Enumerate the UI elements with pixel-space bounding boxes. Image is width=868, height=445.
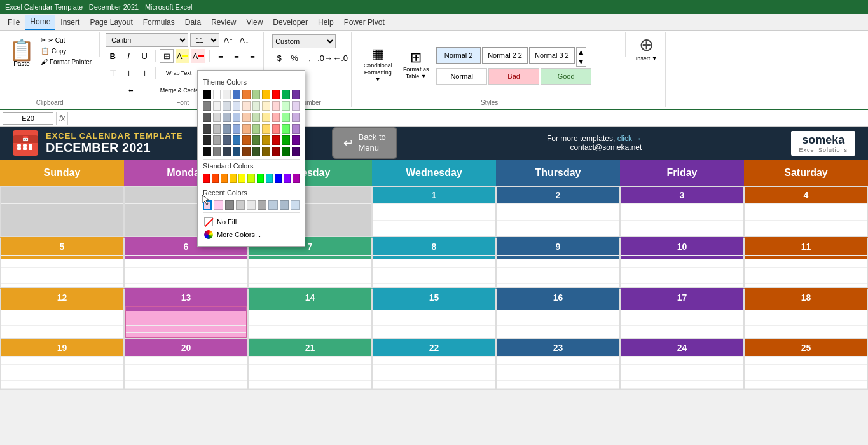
align-center-button[interactable]: ≡ (230, 49, 244, 63)
day-cell[interactable]: 1 (372, 186, 496, 237)
align-left-button[interactable]: ≡ (214, 49, 228, 63)
menu-view[interactable]: View (242, 15, 268, 29)
color-swatch[interactable] (252, 90, 261, 99)
color-swatch[interactable] (272, 101, 280, 111)
color-swatch[interactable] (203, 147, 211, 156)
day-cell[interactable]: 10 (620, 237, 744, 288)
color-swatch[interactable] (282, 90, 290, 99)
border-button[interactable]: ⊞ (160, 49, 174, 63)
color-swatch[interactable] (203, 135, 211, 145)
color-swatch[interactable] (272, 113, 280, 122)
color-swatch[interactable] (292, 147, 300, 156)
color-swatch[interactable] (272, 90, 280, 99)
day-cell[interactable]: 17 (620, 288, 744, 339)
color-swatch[interactable] (242, 147, 251, 156)
color-swatch[interactable] (262, 113, 270, 122)
style-normal2-button[interactable]: Normal 2 (436, 47, 481, 64)
color-swatch[interactable] (282, 135, 290, 145)
formula-input[interactable] (71, 114, 865, 123)
font-decrease-button[interactable]: A↓ (237, 33, 251, 47)
copy-button[interactable]: 📋Copy (39, 46, 93, 56)
align-right-button[interactable]: ≡ (245, 49, 259, 63)
recent-color-swatch[interactable] (247, 200, 256, 210)
standard-color-swatch[interactable] (230, 174, 237, 183)
day-cell[interactable]: 25 (744, 339, 868, 390)
day-cell[interactable]: 23 (496, 339, 620, 390)
color-swatch[interactable] (262, 135, 270, 145)
color-swatch[interactable] (242, 90, 251, 99)
day-cell[interactable]: 18 (744, 288, 868, 339)
back-to-menu-button[interactable]: ↩ Back toMenu (332, 127, 397, 159)
day-cell[interactable]: 20 (124, 339, 248, 390)
bold-button[interactable]: B (106, 49, 120, 63)
day-cell[interactable]: 22 (372, 339, 496, 390)
color-swatch[interactable] (242, 135, 251, 145)
wrap-text-button[interactable]: Wrap Text (160, 66, 198, 80)
day-cell[interactable]: 19 (0, 339, 124, 390)
font-name-select[interactable]: Calibri (106, 33, 188, 47)
percent-button[interactable]: % (287, 51, 301, 65)
standard-color-swatch[interactable] (275, 174, 282, 183)
paste-button[interactable]: 📋 Paste (6, 33, 37, 74)
insert-button[interactable]: ⊕ Insert ▼ (636, 32, 658, 62)
style-bad-button[interactable]: Bad (488, 68, 539, 85)
indent-decrease-button[interactable]: ⬅ (106, 83, 156, 97)
color-swatch[interactable] (203, 90, 211, 99)
standard-color-swatch[interactable] (284, 174, 291, 183)
color-swatch[interactable] (223, 113, 231, 122)
format-as-table-button[interactable]: ⊞ Format asTable ▼ (398, 48, 434, 81)
recent-color-swatch[interactable] (203, 200, 212, 210)
color-swatch[interactable] (262, 90, 270, 99)
color-swatch[interactable] (282, 101, 290, 111)
color-swatch[interactable] (223, 124, 231, 134)
align-bottom-button[interactable]: ⊥ (137, 66, 151, 80)
color-swatch[interactable] (203, 124, 211, 134)
day-cell[interactable]: 21 (248, 339, 372, 390)
style-normal22-button[interactable]: Normal 2 2 (482, 47, 528, 64)
color-swatch[interactable] (213, 101, 221, 111)
format-painter-button[interactable]: 🖌Format Painter (39, 57, 93, 66)
standard-color-swatch[interactable] (257, 174, 264, 183)
color-swatch[interactable] (262, 124, 270, 134)
recent-color-swatch[interactable] (225, 200, 234, 210)
color-swatch[interactable] (252, 101, 261, 111)
day-cell[interactable]: 11 (744, 237, 868, 288)
menu-home[interactable]: Home (25, 15, 55, 30)
menu-insert[interactable]: Insert (55, 15, 85, 29)
color-swatch[interactable] (292, 135, 300, 145)
style-normal32-button[interactable]: Normal 3 2 (529, 47, 575, 64)
color-swatch[interactable] (233, 124, 241, 134)
click-link[interactable]: click → (617, 134, 642, 143)
day-cell[interactable]: 24 (620, 339, 744, 390)
color-swatch[interactable] (223, 135, 231, 145)
color-swatch[interactable] (262, 101, 270, 111)
cut-button[interactable]: ✂✂ Cut (39, 36, 93, 45)
color-swatch[interactable] (292, 101, 300, 111)
menu-review[interactable]: Review (206, 15, 241, 29)
color-swatch[interactable] (252, 135, 261, 145)
color-swatch[interactable] (233, 90, 241, 99)
day-cell[interactable]: 14 (248, 288, 372, 339)
recent-color-swatch[interactable] (258, 200, 266, 210)
color-swatch[interactable] (292, 124, 300, 134)
standard-color-swatch[interactable] (293, 174, 300, 183)
color-swatch[interactable] (233, 147, 241, 156)
color-swatch[interactable] (213, 124, 221, 134)
day-cell[interactable]: 4 (744, 186, 868, 237)
menu-help[interactable]: Help (313, 15, 339, 29)
decimal-decrease-button[interactable]: ←.0 (333, 51, 347, 65)
style-good-button[interactable]: Good (541, 68, 591, 85)
currency-button[interactable]: $ (272, 51, 286, 65)
italic-button[interactable]: I (121, 49, 135, 63)
menu-page-layout[interactable]: Page Layout (85, 15, 137, 29)
color-swatch[interactable] (242, 124, 251, 134)
recent-color-swatch[interactable] (291, 200, 300, 210)
color-swatch[interactable] (252, 113, 261, 122)
day-cell[interactable]: 2 (496, 186, 620, 237)
menu-developer[interactable]: Developer (268, 15, 313, 29)
align-middle-button[interactable]: ⊥ (121, 66, 135, 80)
day-cell[interactable]: 5 (0, 237, 124, 288)
more-colors-option[interactable]: More Colors... (203, 228, 300, 241)
day-cell[interactable]: 8 (372, 237, 496, 288)
number-format-select[interactable]: Custom Normal (272, 34, 336, 48)
